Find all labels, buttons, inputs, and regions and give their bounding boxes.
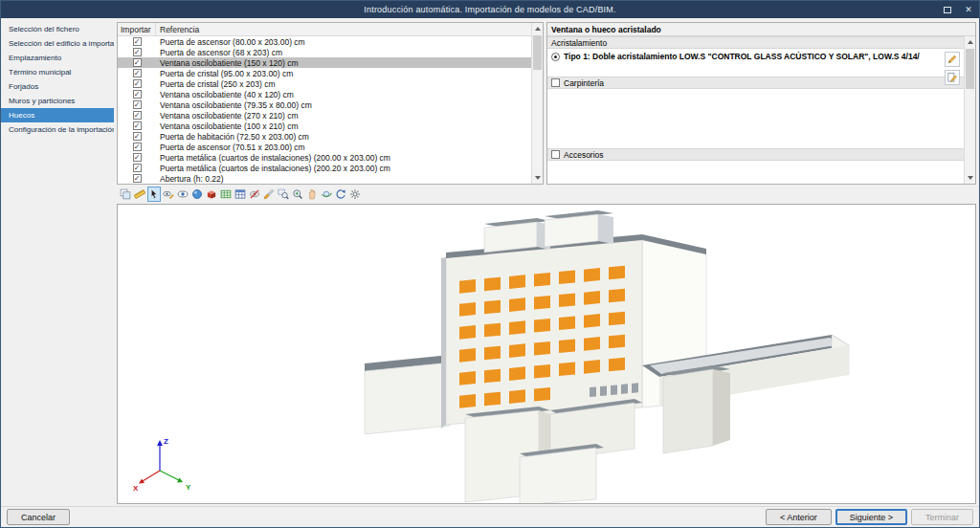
reference-label: Abertura (h: 0.22) — [156, 174, 531, 184]
solid-model-icon[interactable] — [205, 187, 218, 202]
close-button[interactable]: ✕ — [958, 1, 979, 18]
previous-button[interactable]: < Anterior — [766, 509, 832, 525]
sidebar-item[interactable]: Forjados — [1, 79, 114, 94]
table-row[interactable]: Puerta de ascensor (70.51 x 203.00) cm — [118, 142, 531, 152]
floor-grid-icon[interactable] — [219, 187, 233, 202]
orbit-icon[interactable] — [320, 187, 333, 202]
sidebar-item[interactable]: Emplazamiento — [1, 51, 114, 65]
radio-icon[interactable] — [551, 53, 560, 61]
redraw-icon[interactable] — [334, 187, 347, 202]
reference-label: Puerta de cristal (95.00 x 203.00) cm — [156, 69, 531, 78]
edit-glazing-list-button[interactable] — [945, 70, 960, 85]
import-checkbox[interactable] — [133, 69, 142, 77]
glazing-type-option[interactable]: Tipo 1: Doble acristalamiento LOW.S "CON… — [551, 52, 920, 65]
cancel-button[interactable]: Cancelar — [7, 509, 70, 525]
render-sphere-icon[interactable] — [190, 187, 204, 202]
section-carpinteria[interactable]: Carpintería — [547, 77, 964, 89]
carpinteria-checkbox[interactable] — [551, 78, 560, 87]
table-row[interactable]: Puerta metálica (cuartos de instalacione… — [118, 152, 531, 163]
sidebar-item[interactable]: Selección del fichero — [1, 22, 114, 36]
table-row[interactable]: Puerta de cristal (250 x 203) cm — [118, 78, 531, 89]
column-header-referencia: Referencia — [156, 25, 531, 34]
view-toolbar — [117, 185, 976, 204]
section-acristalamiento: Acristalamiento — [547, 36, 964, 49]
next-button[interactable]: Siguiente > — [835, 509, 907, 525]
title-bar[interactable]: Introducción automática. Importación de … — [1, 1, 979, 18]
sidebar-item[interactable]: Selección del edificio a importar — [1, 36, 114, 51]
window-title: Introducción automática. Importación de … — [1, 5, 979, 14]
measure-icon[interactable] — [133, 187, 146, 202]
show-all-icon[interactable] — [176, 187, 189, 202]
table-row[interactable]: Ventana oscilobatiente (150 x 120) cm — [118, 57, 531, 68]
scroll-down-icon[interactable] — [532, 172, 543, 184]
reference-label: Ventana oscilobatiente (150 x 120) cm — [156, 58, 531, 68]
reference-label: Ventana oscilobatiente (270 x 210) cm — [156, 111, 531, 121]
table-row[interactable]: Ventana oscilobatiente (40 x 120) cm — [118, 89, 531, 99]
views-icon[interactable] — [119, 187, 132, 202]
view-settings-icon[interactable] — [348, 187, 362, 202]
table-row[interactable]: Abertura (h: 0.22) — [118, 173, 531, 184]
table-row[interactable]: Puerta de cristal (95.00 x 203.00) cm — [118, 68, 531, 78]
import-checkbox[interactable] — [133, 164, 142, 172]
import-checkbox[interactable] — [133, 153, 142, 162]
axis-y-label: Y — [186, 483, 191, 492]
glazing-type-label: Tipo 1: Doble acristalamiento LOW.S "CON… — [564, 52, 920, 61]
table-row[interactable]: Puerta de habitación (72.50 x 203.00) cm — [118, 131, 531, 142]
table-row[interactable]: Puerta metálica (cuartos de instalacione… — [118, 163, 531, 173]
scroll-thumb[interactable] — [533, 35, 542, 70]
select-element-icon[interactable] — [147, 187, 161, 202]
edit-glazing-button[interactable] — [945, 52, 960, 67]
finish-button: Terminar — [911, 509, 973, 525]
hide-elements-icon[interactable] — [248, 187, 261, 202]
pencil-icon — [947, 54, 958, 65]
table-row[interactable]: Ventana oscilobatiente (100 x 210) cm — [118, 121, 531, 131]
import-checkbox[interactable] — [133, 48, 142, 56]
sidebar-item[interactable]: Configuración de la importación — [1, 122, 114, 137]
reference-label: Puerta metálica (cuartos de instalacione… — [156, 164, 531, 173]
sidebar-item[interactable]: Muros y particiones — [1, 94, 114, 108]
import-checkbox[interactable] — [133, 58, 142, 67]
table-row[interactable]: Puerta de ascensor (80.00 x 203.00) cm — [118, 36, 531, 47]
import-checkbox[interactable] — [133, 121, 142, 130]
import-checkbox[interactable] — [133, 111, 142, 120]
pan-icon[interactable] — [305, 187, 319, 202]
tables-icon[interactable] — [234, 187, 247, 202]
footer-bar: Cancelar < Anterior Siguiente > Terminar — [1, 506, 979, 527]
paint-selection-icon[interactable] — [262, 187, 276, 202]
zoom-extents-icon[interactable] — [291, 187, 304, 202]
import-checkbox[interactable] — [133, 174, 142, 183]
openings-table: Importar Referencia Puerta de ascensor (… — [117, 22, 544, 185]
import-checkbox[interactable] — [133, 79, 142, 88]
table-row[interactable]: Puerta de ascensor (68 x 203) cm — [118, 47, 531, 57]
maximize-icon — [944, 7, 951, 13]
import-checkbox[interactable] — [133, 100, 142, 109]
axis-x-label: X — [133, 484, 139, 493]
sidebar-item[interactable]: Término municipal — [1, 65, 114, 79]
section-accesorios[interactable]: Accesorios — [547, 148, 964, 161]
pencil-document-icon — [947, 72, 958, 83]
maximize-button[interactable] — [937, 1, 958, 18]
scroll-up-icon[interactable] — [532, 23, 543, 34]
table-row[interactable]: Ventana oscilobatiente (270 x 210) cm — [118, 110, 531, 121]
zoom-window-icon[interactable] — [277, 187, 290, 202]
table-scrollbar[interactable] — [531, 23, 543, 184]
properties-panel: Ventana o hueco acristalado Acristalamie… — [546, 22, 976, 185]
scroll-thumb[interactable] — [966, 49, 974, 89]
import-checkbox[interactable] — [133, 37, 142, 46]
panel-title: Ventana o hueco acristalado — [547, 23, 975, 36]
scroll-up-icon[interactable] — [965, 36, 975, 48]
scroll-down-icon[interactable] — [965, 172, 975, 184]
edit-visibility-icon[interactable] — [162, 187, 175, 202]
import-checkbox[interactable] — [133, 132, 142, 141]
building-model — [118, 205, 976, 504]
table-rows: Puerta de ascensor (80.00 x 203.00) cmPu… — [118, 36, 543, 184]
accesorios-checkbox[interactable] — [551, 150, 560, 159]
table-row[interactable]: Ventana oscilobatiente (79.35 x 80.00) c… — [118, 99, 531, 110]
panel-scrollbar[interactable] — [964, 36, 975, 184]
reference-label: Puerta de habitación (72.50 x 203.00) cm — [156, 132, 531, 142]
3d-viewport[interactable]: Z X Y — [117, 204, 976, 504]
import-checkbox[interactable] — [133, 143, 142, 151]
import-checkbox[interactable] — [133, 90, 142, 99]
sidebar-item[interactable]: Huecos — [1, 108, 114, 122]
reference-label: Ventana oscilobatiente (100 x 210) cm — [156, 121, 531, 131]
